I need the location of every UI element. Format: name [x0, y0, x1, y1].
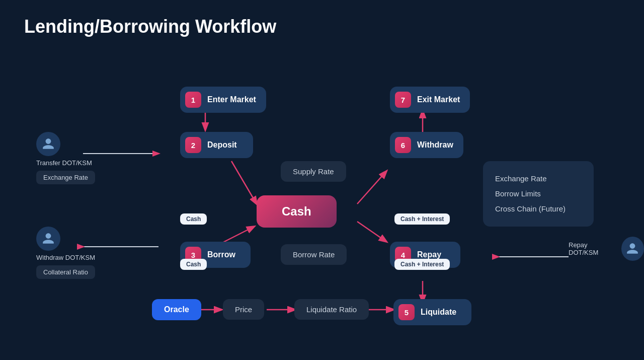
repay-label-text: Repay DOT/KSM [569, 241, 616, 256]
svg-line-2 [357, 171, 386, 204]
deposit-node: 2 Deposit [180, 132, 253, 158]
svg-line-1 [231, 161, 257, 204]
step-2-badge: 2 [185, 137, 201, 153]
exchange-rate-box: Exchange Rate [36, 171, 95, 184]
cash-interest-repay-tag: Cash + Interest [394, 259, 450, 270]
price-node: Price [223, 299, 264, 320]
cash-main-node: Cash [257, 195, 337, 228]
user-avatar-withdraw [36, 227, 60, 251]
right-user-repay-panel: Repay DOT/KSM [569, 237, 644, 261]
transfer-label: Transfer DOT/KSM [36, 159, 92, 167]
step-6-badge: 6 [395, 137, 411, 153]
left-user-transfer-panel: Transfer DOT/KSM Exchange Rate [36, 132, 95, 184]
cash-borrow-tag: Cash [180, 259, 207, 270]
user-avatar-repay [621, 237, 644, 261]
info-panel: Exchange Rate Borrow Limits Cross Chain … [483, 161, 594, 227]
collateral-ratio-box: Collateral Ratio [36, 265, 95, 279]
info-item-cross-chain: Cross Chain (Future) [495, 201, 582, 217]
supply-rate-node: Supply Rate [281, 161, 346, 182]
page-title: Lending/Borrowing Workflow [0, 0, 644, 47]
info-item-borrow-limits: Borrow Limits [495, 186, 582, 201]
liquidate-node: 5 Liquidate [393, 299, 471, 325]
info-item-exchange-rate: Exchange Rate [495, 171, 582, 186]
withdraw-node: 6 Withdraw [390, 132, 463, 158]
step-5-badge: 5 [398, 304, 415, 320]
exit-market-node: 7 Exit Market [390, 87, 470, 113]
cash-deposit-tag: Cash [180, 213, 207, 225]
step-1-badge: 1 [185, 92, 201, 108]
liquidate-ratio-node: Liquidate Ratio [294, 299, 369, 320]
withdraw-label: Withdraw DOT/KSM [36, 254, 95, 261]
enter-market-node: 1 Enter Market [180, 87, 266, 113]
cash-interest-withdraw-tag: Cash + Interest [394, 213, 450, 225]
borrow-rate-node: Borrow Rate [281, 244, 347, 265]
user-avatar-transfer [36, 132, 60, 156]
step-7-badge: 7 [395, 92, 411, 108]
oracle-node[interactable]: Oracle [152, 299, 201, 320]
left-user-withdraw-panel: Withdraw DOT/KSM Collateral Ratio [36, 227, 95, 279]
svg-line-4 [357, 222, 386, 242]
